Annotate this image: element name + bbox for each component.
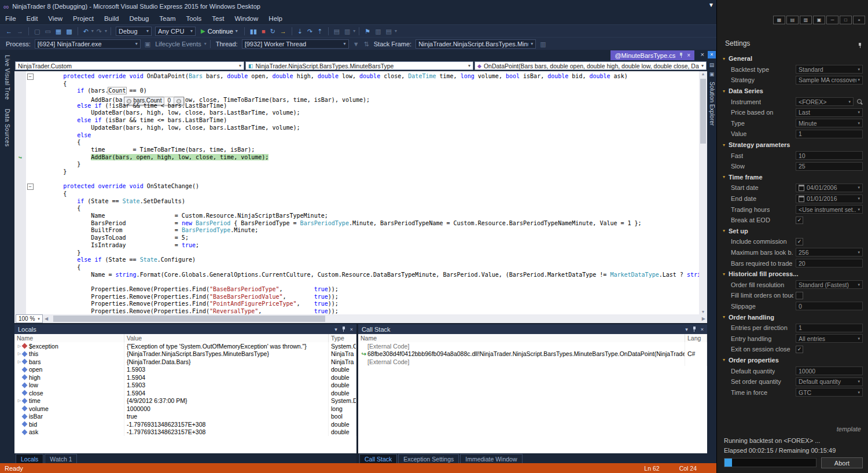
panel-view-icon-3[interactable]: ▥ [800,16,812,24]
code-line[interactable]: − protected override void OnStateChange(… [14,183,699,190]
window-position-caret-icon[interactable]: ▾ [685,327,688,332]
code-line[interactable]: time = TimeToBarTime(bars, time, isBar); [14,146,699,154]
menu-edit[interactable]: Edit [21,14,43,23]
side-tab-solution-explorer[interactable]: Solution Explorer [709,82,715,126]
tab-watch-1[interactable]: Watch 1 [45,454,77,463]
code-line[interactable]: ↪ AddBar(bars, open, high, low, close, t… [14,154,699,162]
scroll-left-icon[interactable]: ◀ [45,316,48,321]
column-header-name[interactable]: Name [358,334,685,342]
locals-row[interactable]: close1.5904double [14,389,356,397]
column-header-lang[interactable]: Lang [685,334,707,342]
scroll-up-icon[interactable]: ▲ [699,72,707,76]
checkbox[interactable]: ✓ [796,346,803,353]
navigate-back-icon[interactable]: ← [6,27,12,35]
code-line[interactable]: Name = string.Format(Core.Globals.Genera… [14,272,699,279]
pin-icon[interactable] [858,42,862,49]
menu-test[interactable]: Test [207,14,229,23]
menu-view[interactable]: View [43,14,68,23]
pin-icon[interactable] [679,52,683,58]
code-line[interactable]: DaysToLoad = 5; [14,234,699,242]
locals-row[interactable]: isBartruebool [14,413,356,421]
code-line[interactable]: { [14,264,699,272]
code-line[interactable]: Properties.Remove(Properties.Find("BaseB… [14,286,699,294]
section-order-handling[interactable]: ▾Order handling [717,311,868,322]
call-stack-column-headers[interactable]: NameLang [358,334,707,343]
section-strategy-parameters[interactable]: ▾Strategy parameters [717,140,868,151]
tab-immediate-window[interactable]: Immediate Window [460,454,522,463]
break-all-icon[interactable]: ▮▮ [250,27,257,35]
section-order-properties[interactable]: ▾Order properties [717,355,868,366]
member-dropdown[interactable]: ◆ OnDataPoint(Bars bars, double open, do… [475,61,707,70]
tab-call-stack[interactable]: Call Stack [359,454,397,463]
code-surface[interactable]: − protected override void OnDataPoint(Ba… [14,71,707,314]
solution-icon[interactable]: ▤ [709,62,715,68]
value-input[interactable]: 1 [796,130,863,138]
tab-minutebarstype[interactable]: @MinuteBarsType.cs × [610,50,694,60]
value-input[interactable]: 10 [796,151,863,160]
code-line[interactable]: if (bars.Count == 0) [14,87,699,95]
stack-frame-dropdown[interactable]: NinjaTrader.NinjaScript.BarsTypes.Minute… [415,39,536,49]
tab-locals[interactable]: Locals [16,454,43,463]
horizontal-scrollbar[interactable]: 100 % ▾ ◀ ▶ [14,314,707,323]
navigate-forward-icon[interactable]: → [17,27,23,35]
zoom-control[interactable]: 100 % ▾ [16,314,43,323]
locals-row[interactable]: volume1000000long [14,405,356,413]
menu-debug[interactable]: Debug [124,14,154,23]
doc-outline-icon[interactable]: ▤ [386,27,392,35]
value-dropdown[interactable]: All entries▾ [796,334,863,343]
menu-team[interactable]: Team [154,14,181,23]
code-line[interactable]: else if (!isBar && time < bars.LastBarTi… [14,102,699,110]
stop-debugging-icon[interactable]: ■ [262,27,266,35]
code-line[interactable]: } [14,161,699,168]
tab-exception-settings[interactable]: Exception Settings [398,454,459,463]
locals-row[interactable]: ▷this{NinjaTrader.NinjaScript.BarsTypes.… [14,350,356,358]
panel-view-icon-1[interactable]: ▦ [773,16,785,24]
side-tab-data-sources[interactable]: Data Sources [4,104,10,151]
scroll-right-icon[interactable]: ▶ [702,316,705,321]
continue-button[interactable]: ▶ Continue ▾ [201,28,238,35]
value-input[interactable]: 10000 [796,366,863,375]
filter-icon[interactable]: ▼ [353,40,359,48]
close-icon[interactable]: × [350,327,353,332]
call-stack-row[interactable]: [External Code] [358,342,707,350]
locals-row[interactable]: ▷time{4/9/2012 6:37:00 PM}System.D [14,397,356,405]
document-icon[interactable]: ▤ [334,27,340,35]
close-icon[interactable]: × [687,52,690,58]
code-line[interactable]: { [14,190,699,198]
code-line[interactable]: − protected override void OnDataPoint(Ba… [14,73,699,80]
strip-close-button[interactable]: × [708,51,716,58]
code-line[interactable] [14,278,699,286]
vertical-scrollbar-thumb[interactable] [700,79,706,144]
menu-project[interactable]: Project [68,14,99,23]
code-line[interactable]: } [14,168,699,176]
code-line[interactable]: UpdateBar(bars, high, low, close, bars.L… [14,109,699,117]
code-line[interactable]: if (State == State.SetDefaults) [14,198,699,206]
code-line[interactable]: { [14,139,699,146]
panel-view-icon-4[interactable]: ▣ [813,16,825,24]
section-historical-fill-process[interactable]: ▾Historical fill process... [717,269,868,280]
column-header-name[interactable]: Name [14,334,124,342]
side-tab-live-visual-tree[interactable]: Live Visual Tree [4,50,10,104]
lifecycle-events-button[interactable]: Lifecycle Events [155,41,201,47]
section-general[interactable]: ▾General [717,53,868,64]
checkbox[interactable]: ✓ [796,217,803,224]
locals-column-headers[interactable]: NameValueType [14,334,356,343]
toolbar-caret-icon[interactable]: ▾ [353,27,355,35]
menu-file[interactable]: File [0,14,21,23]
value-dropdown[interactable]: <Use instrument set...▾ [796,205,863,214]
undo-icon[interactable]: ↶ [83,27,89,35]
tab-well-close-icon[interactable]: × [701,51,704,58]
frame-options-icon[interactable]: ▥ [540,40,546,48]
restart-icon[interactable]: ↻ [270,27,275,35]
column-header-value[interactable]: Value [124,334,329,342]
code-line[interactable]: else [14,132,699,140]
redo-icon[interactable]: ↷ [97,27,102,35]
call-stack-row[interactable]: ↪68fbe308d4f0412bbb96fb094a8a088c.dll!Ni… [358,350,707,358]
code-line[interactable]: else if (isBar && time <= bars.LastBarTi… [14,117,699,124]
bookmark-flag-icon[interactable]: ⚑ [365,27,370,35]
code-line[interactable]: else if (State == State.Configure) [14,256,699,264]
scroll-down-icon[interactable]: ▼ [699,310,707,314]
code-line[interactable]: UpdateBar(bars, high, low, close, bars.L… [14,124,699,132]
column-header-type[interactable]: Type [329,334,356,342]
value-dropdown[interactable]: <FOREX>▾ [796,97,854,106]
